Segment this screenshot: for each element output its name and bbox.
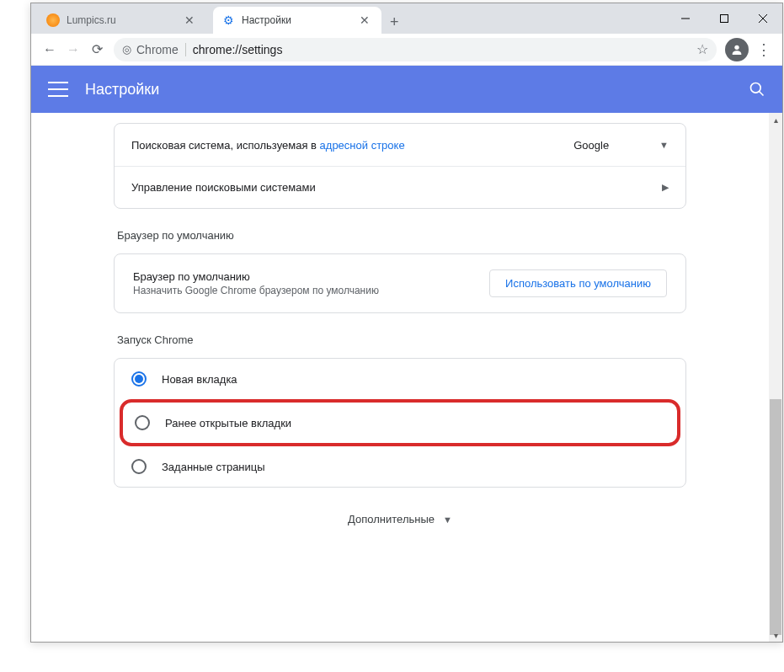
- startup-option-label: Новая вкладка: [162, 373, 237, 386]
- settings-content: Поисковая система, используемая в адресн…: [31, 113, 769, 642]
- chrome-menu-button[interactable]: ⋮: [752, 38, 776, 61]
- default-browser-title: Браузер по умолчанию: [133, 270, 379, 283]
- tab-lumpics[interactable]: Lumpics.ru ✕: [38, 7, 206, 34]
- startup-option-continue[interactable]: Ранее открытые вкладки: [123, 403, 677, 443]
- svg-point-4: [734, 45, 739, 49]
- radio-icon: [131, 459, 147, 474]
- startup-option-label: Ранее открытые вкладки: [165, 417, 291, 429]
- omnibox-path: chrome://settings: [193, 43, 283, 56]
- bookmark-star-icon[interactable]: ☆: [696, 41, 708, 57]
- close-icon: [759, 14, 767, 23]
- tab-title: Lumpics.ru: [67, 14, 116, 26]
- close-window-button[interactable]: [744, 3, 782, 34]
- site-info-icon[interactable]: ◎: [122, 43, 131, 56]
- hamburger-menu-icon[interactable]: [48, 79, 68, 99]
- chevron-down-icon: ▼: [443, 515, 452, 525]
- tab-title: Настройки: [242, 14, 291, 26]
- svg-line-6: [760, 92, 764, 96]
- advanced-toggle[interactable]: Дополнительные ▼: [114, 513, 686, 525]
- default-browser-card: Браузер по умолчанию Назначить Google Ch…: [114, 253, 686, 313]
- radio-icon: [131, 371, 147, 387]
- startup-option-newtab[interactable]: Новая вкладка: [115, 359, 685, 399]
- search-engine-link: адресной строке: [320, 139, 405, 152]
- radio-icon: [135, 415, 150, 430]
- tab-favicon-lumpics: [46, 13, 60, 27]
- on-startup-section-title: Запуск Chrome: [114, 333, 686, 346]
- manage-search-engines-label: Управление поисковыми системами: [131, 181, 316, 194]
- search-engine-label: Поисковая система, используемая в: [131, 139, 320, 152]
- maximize-icon: [720, 14, 728, 23]
- chevron-right-icon: ▶: [662, 182, 669, 193]
- address-bar: ← → ⟳ ◎ Chrome chrome://settings ☆ ⋮: [31, 34, 782, 66]
- tab-favicon-settings: ⚙: [221, 13, 235, 27]
- maximize-button[interactable]: [705, 3, 744, 34]
- reload-button[interactable]: ⟳: [85, 38, 109, 61]
- on-startup-card: Новая вкладка Ранее открытые вкладки Зад…: [114, 358, 686, 488]
- set-default-browser-button[interactable]: Использовать по умолчанию: [489, 269, 667, 297]
- dropdown-arrow-icon: ▼: [659, 140, 669, 150]
- scrollbar-thumb[interactable]: [770, 399, 781, 635]
- new-tab-button[interactable]: +: [381, 10, 408, 34]
- startup-option-continue-highlight: Ранее открытые вкладки: [120, 399, 680, 446]
- startup-option-label: Заданные страницы: [162, 461, 265, 473]
- close-tab-icon[interactable]: ✕: [181, 12, 198, 29]
- search-engine-row[interactable]: Поисковая система, используемая в адресн…: [115, 124, 685, 166]
- avatar-icon: [730, 43, 744, 56]
- scroll-up-arrow-icon[interactable]: ▴: [769, 113, 782, 126]
- omnibox[interactable]: ◎ Chrome chrome://settings ☆: [114, 38, 717, 61]
- back-button[interactable]: ←: [38, 38, 61, 61]
- default-browser-subtitle: Назначить Google Chrome браузером по умо…: [133, 285, 379, 296]
- svg-point-5: [751, 83, 761, 93]
- scroll-down-arrow-icon[interactable]: ▾: [769, 628, 782, 642]
- minimize-button[interactable]: [666, 3, 705, 34]
- titlebar: Lumpics.ru ✕ ⚙ Настройки ✕ +: [31, 3, 782, 34]
- page-title: Настройки: [85, 81, 159, 99]
- minimize-icon: [681, 14, 690, 23]
- startup-option-specific[interactable]: Заданные страницы: [115, 446, 685, 487]
- advanced-label: Дополнительные: [348, 513, 435, 525]
- svg-rect-1: [721, 15, 728, 23]
- close-tab-icon[interactable]: ✕: [356, 12, 373, 29]
- search-engine-value[interactable]: Google: [573, 139, 659, 152]
- settings-header: Настройки: [31, 66, 782, 113]
- scrollbar-track[interactable]: ▴ ▾: [769, 113, 782, 642]
- search-engine-card: Поисковая система, используемая в адресн…: [114, 123, 686, 209]
- search-icon[interactable]: [749, 81, 765, 98]
- profile-button[interactable]: [725, 38, 749, 61]
- tab-settings[interactable]: ⚙ Настройки ✕: [213, 7, 381, 34]
- forward-button[interactable]: →: [61, 38, 85, 61]
- omnibox-host: Chrome: [136, 43, 186, 56]
- default-browser-section-title: Браузер по умолчанию: [114, 229, 686, 242]
- manage-search-engines-row[interactable]: Управление поисковыми системами ▶: [115, 166, 685, 208]
